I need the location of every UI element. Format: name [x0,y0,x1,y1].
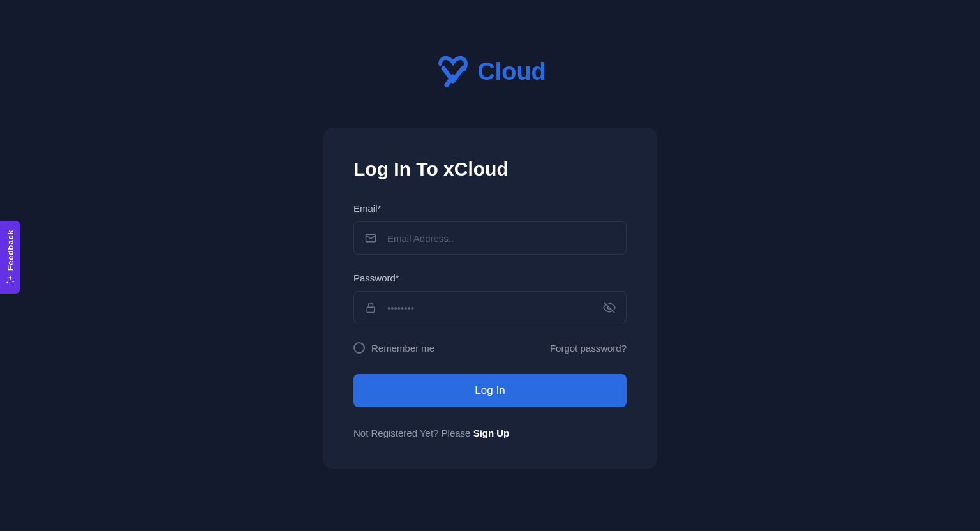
signup-link[interactable]: Sign Up [473,428,510,438]
signup-prompt: Not Registered Yet? Please Sign Up [353,428,627,438]
svg-line-2 [604,303,615,313]
password-group: Password* [353,273,627,324]
page-title: Log In To xCloud [353,158,627,180]
email-field[interactable] [387,222,626,254]
remember-me-label: Remember me [371,343,434,354]
logo-text: Cloud [477,58,546,86]
email-label: Email* [353,203,627,214]
remember-me-checkbox[interactable]: Remember me [353,342,434,354]
login-button[interactable]: Log In [353,374,627,407]
checkbox-circle-icon [353,342,365,354]
feedback-button[interactable]: Feedback [0,221,20,294]
form-options: Remember me Forgot password? [353,342,627,354]
forgot-password-link[interactable]: Forgot password? [550,343,627,354]
svg-rect-1 [367,307,375,312]
password-visibility-toggle[interactable] [593,301,626,314]
password-input-wrapper [353,291,627,324]
email-group: Email* [353,203,627,255]
xcloud-heart-icon [434,54,472,89]
signup-prefix: Not Registered Yet? Please [353,428,473,438]
eye-off-icon [603,301,616,314]
email-icon [354,232,387,244]
login-card: Log In To xCloud Email* Password* [323,128,657,469]
feedback-label: Feedback [6,230,15,271]
sparkle-icon [5,274,15,285]
email-input-wrapper [353,221,627,255]
password-field[interactable] [387,292,593,324]
logo: Cloud [434,54,546,89]
lock-icon [354,301,387,314]
password-label: Password* [353,273,627,283]
